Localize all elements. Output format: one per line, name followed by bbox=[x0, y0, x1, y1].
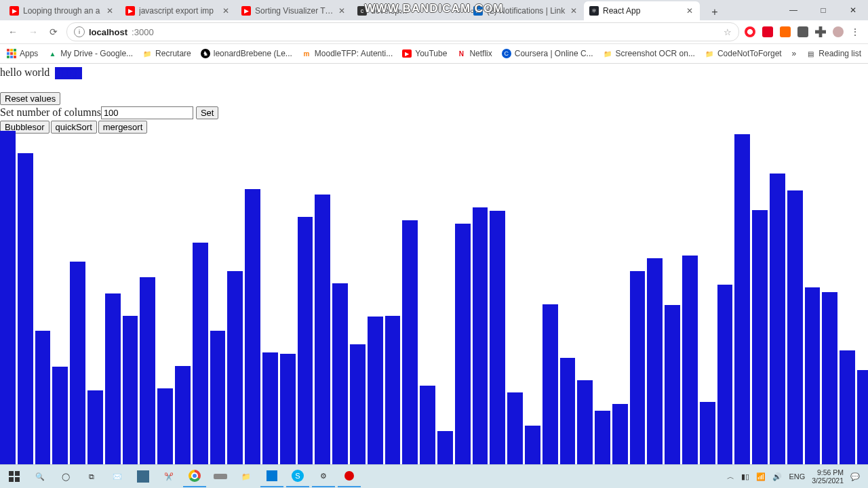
reading-list-icon: ▤ bbox=[806, 49, 815, 58]
bookmark-item[interactable]: ▲My Drive - Google... bbox=[47, 49, 133, 58]
sort-bar bbox=[140, 277, 155, 466]
sort-bar bbox=[682, 256, 698, 466]
browser-tab[interactable]: in(2) Notifications | Link✕ bbox=[468, 1, 584, 20]
extensions-menu-icon[interactable] bbox=[815, 26, 826, 37]
tray-language[interactable]: ENG bbox=[789, 472, 805, 481]
minimize-button[interactable]: ― bbox=[778, 0, 808, 20]
ext-orange-icon[interactable] bbox=[780, 26, 791, 37]
forward-button[interactable]: → bbox=[26, 24, 41, 39]
bookmark-item[interactable]: NNetflix bbox=[456, 49, 492, 58]
sort-bar bbox=[87, 390, 103, 466]
bookmark-label: CodeNotToForget bbox=[717, 49, 782, 58]
columns-row: Set number of columns Set bbox=[0, 106, 868, 120]
sort-bar bbox=[368, 317, 383, 466]
sort-bar bbox=[385, 316, 401, 466]
sort-bar bbox=[262, 352, 278, 466]
snip-icon[interactable]: ✂️ bbox=[157, 466, 180, 487]
tray-wifi-icon[interactable]: 📶 bbox=[756, 472, 766, 481]
browser-tab[interactable]: cdevelop…✕ bbox=[352, 1, 468, 20]
taskbar-clock[interactable]: 9:56 PM 3/25/2021 bbox=[812, 468, 844, 485]
ext-pin-icon[interactable] bbox=[762, 26, 773, 37]
sort-bar bbox=[245, 189, 260, 466]
url-box[interactable]: i localhost:3000 ☆ bbox=[66, 22, 739, 41]
tab-close-icon[interactable]: ✕ bbox=[106, 6, 115, 16]
svg-rect-2 bbox=[14, 49, 16, 52]
bookmark-icon: m bbox=[302, 49, 311, 58]
bookmark-icon: ▲ bbox=[47, 49, 57, 58]
bookmark-icon: N bbox=[456, 49, 466, 58]
bookmark-item[interactable]: ▶YouTube bbox=[402, 49, 447, 58]
chrome-taskbar-icon[interactable] bbox=[183, 466, 206, 487]
browser-tab[interactable]: ⚛React App✕ bbox=[584, 1, 700, 20]
tab-close-icon[interactable]: ✕ bbox=[338, 6, 347, 16]
vscode-icon[interactable] bbox=[260, 466, 283, 487]
tray-volume-icon[interactable]: 🔊 bbox=[772, 472, 782, 481]
new-tab-button[interactable]: + bbox=[707, 4, 723, 20]
bookmarks-overflow[interactable]: » bbox=[792, 49, 797, 58]
bookmark-item[interactable]: mMoodleTFP: Autenti... bbox=[302, 49, 393, 58]
bookmark-icon: 📁 bbox=[142, 49, 152, 58]
reset-values-button[interactable]: Reset values bbox=[0, 92, 60, 105]
sort-bar bbox=[857, 370, 868, 466]
tab-close-icon[interactable]: ✕ bbox=[222, 6, 231, 16]
sort-bar bbox=[542, 304, 558, 466]
chrome-menu-icon[interactable]: ⋮ bbox=[850, 26, 860, 37]
settings-icon[interactable]: ⚙ bbox=[312, 466, 335, 487]
tab-close-icon[interactable]: ✕ bbox=[570, 6, 578, 16]
record-icon[interactable] bbox=[338, 466, 361, 487]
svg-rect-3 bbox=[7, 52, 9, 55]
star-icon[interactable]: ☆ bbox=[724, 27, 732, 37]
sort-bar bbox=[612, 404, 628, 466]
bookmark-item[interactable]: Apps bbox=[7, 49, 38, 58]
tray-battery-icon[interactable]: ▮▯ bbox=[741, 472, 749, 481]
cortana-button[interactable]: ◯ bbox=[54, 466, 77, 487]
explorer-icon[interactable]: 📁 bbox=[235, 466, 258, 487]
bookmark-item[interactable]: ♞leonardBrebene (Le... bbox=[201, 49, 292, 58]
tab-title: React App bbox=[603, 6, 682, 16]
site-info-icon[interactable]: i bbox=[74, 26, 85, 37]
notifications-icon[interactable]: 💬 bbox=[850, 472, 860, 481]
bookmark-item[interactable]: 📁CodeNotToForget bbox=[705, 49, 782, 58]
tab-close-icon[interactable]: ✕ bbox=[686, 6, 694, 16]
svg-rect-12 bbox=[15, 477, 20, 482]
sort-bar bbox=[298, 217, 313, 466]
browser-tab[interactable]: ▶Looping through an a✕ bbox=[4, 1, 120, 20]
sort-bar bbox=[560, 358, 576, 466]
app-root: hello world 100 Reset values Set number … bbox=[0, 64, 868, 134]
close-window-button[interactable]: ✕ bbox=[838, 0, 868, 20]
sort-bar bbox=[437, 431, 453, 466]
set-button[interactable]: Set bbox=[196, 106, 219, 119]
sort-bar bbox=[0, 131, 16, 466]
bookmark-item[interactable]: CCoursera | Online C... bbox=[502, 49, 593, 58]
sort-bar bbox=[70, 262, 85, 466]
sort-bar bbox=[490, 211, 505, 466]
skype-icon[interactable]: S bbox=[286, 466, 309, 487]
tray-chevron-icon[interactable]: ︿ bbox=[727, 472, 734, 482]
tab-close-icon[interactable]: ✕ bbox=[454, 6, 462, 16]
taskview-button[interactable]: ⧉ bbox=[80, 466, 103, 487]
sort-bar bbox=[210, 331, 226, 466]
browser-tab[interactable]: ▶javascript export imp✕ bbox=[120, 1, 236, 20]
browser-tab[interactable]: ▶Sorting Visualizer Tuto✕ bbox=[236, 1, 352, 20]
search-button[interactable]: 🔍 bbox=[28, 466, 52, 487]
app-icon-2[interactable] bbox=[209, 466, 232, 487]
sort-bar bbox=[507, 392, 523, 466]
bookmark-item[interactable]: 📁Recrutare bbox=[142, 49, 191, 58]
reload-button[interactable]: ⟳ bbox=[46, 24, 61, 39]
profile-avatar[interactable] bbox=[833, 26, 844, 37]
maximize-button[interactable]: □ bbox=[808, 0, 838, 20]
ext-opera-icon[interactable] bbox=[745, 26, 755, 37]
columns-input[interactable] bbox=[101, 106, 193, 119]
start-button[interactable] bbox=[3, 466, 26, 487]
mail-icon[interactable]: ✉️ bbox=[106, 466, 129, 487]
back-button[interactable]: ← bbox=[5, 24, 20, 39]
ext-gray-icon[interactable] bbox=[797, 26, 808, 37]
bookmark-item[interactable]: 📁Screenshot OCR on... bbox=[603, 49, 695, 58]
svg-rect-10 bbox=[15, 471, 20, 476]
sort-bar bbox=[525, 426, 540, 466]
reading-list[interactable]: ▤ Reading list bbox=[806, 49, 861, 58]
browser-address-bar: ← → ⟳ i localhost:3000 ☆ ⋮ bbox=[0, 20, 868, 44]
hello-text: hello world 100 bbox=[0, 64, 868, 82]
app-icon-1[interactable] bbox=[132, 466, 155, 487]
tab-favicon: ⚛ bbox=[589, 6, 599, 16]
